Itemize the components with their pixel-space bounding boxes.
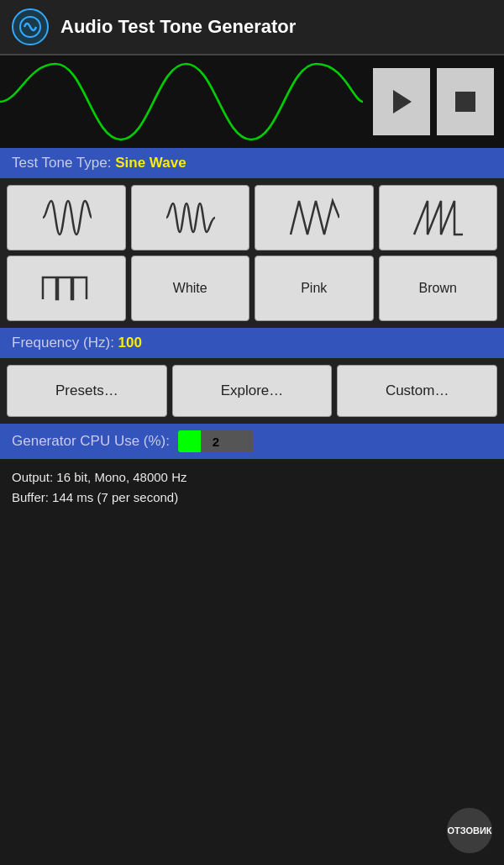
watermark: ОТЗОВИК [447, 808, 492, 853]
tone-btn-brown[interactable]: Brown [379, 256, 498, 321]
stop-button[interactable] [437, 68, 494, 135]
cpu-bar-fill [178, 430, 201, 452]
tone-btn-square[interactable] [7, 256, 126, 321]
tone-type-grid: White Pink Brown [0, 178, 504, 328]
cpu-section: Generator CPU Use (%): 2 [0, 424, 504, 459]
frequency-buttons: Presets… Explore… Custom… [0, 358, 504, 424]
tone-btn-tri[interactable] [255, 185, 374, 251]
buffer-info: Buffer: 144 ms (7 per second) [12, 488, 492, 508]
tone-type-value: Sine Wave [115, 155, 186, 171]
cpu-value: 2 [213, 435, 219, 449]
frequency-value: 100 [118, 335, 142, 351]
app-logo [12, 8, 49, 45]
tone-type-header: Test Tone Type: Sine Wave [0, 148, 504, 178]
cpu-label: Generator CPU Use (%): [12, 433, 170, 450]
tone-btn-white[interactable]: White [131, 256, 250, 321]
watermark-text: ОТЗОВИК [447, 825, 491, 836]
play-button[interactable] [373, 68, 430, 135]
waveform-area [0, 55, 504, 148]
presets-button[interactable]: Presets… [7, 365, 167, 417]
tone-btn-sine2[interactable] [131, 185, 250, 251]
svg-rect-1 [0, 55, 363, 148]
app-title: Audio Test Tone Generator [60, 16, 296, 38]
tone-btn-pink-label: Pink [301, 281, 327, 296]
output-info: Output: 16 bit, Mono, 48000 Hz [12, 467, 492, 488]
transport-controls [363, 61, 504, 142]
tone-btn-saw[interactable] [379, 185, 498, 251]
tone-btn-brown-label: Brown [419, 281, 457, 296]
svg-rect-3 [455, 92, 475, 112]
tone-type-label: Test Tone Type: [12, 155, 111, 171]
frequency-label: Frequency (Hz): [12, 335, 114, 351]
tone-btn-sine1[interactable] [7, 185, 126, 251]
app-header: Audio Test Tone Generator [0, 0, 504, 55]
info-text: Output: 16 bit, Mono, 48000 Hz Buffer: 1… [0, 459, 504, 516]
cpu-bar: 2 [178, 430, 254, 452]
custom-label: Custom… [386, 382, 449, 399]
custom-button[interactable]: Custom… [337, 365, 497, 417]
tone-btn-pink[interactable]: Pink [255, 256, 374, 321]
svg-marker-2 [393, 90, 412, 113]
explore-button[interactable]: Explore… [172, 365, 333, 417]
waveform-display [0, 55, 363, 148]
presets-label: Presets… [55, 382, 118, 399]
frequency-header: Frequency (Hz): 100 [0, 328, 504, 358]
explore-label: Explore… [221, 382, 284, 399]
tone-btn-white-label: White [173, 281, 207, 296]
